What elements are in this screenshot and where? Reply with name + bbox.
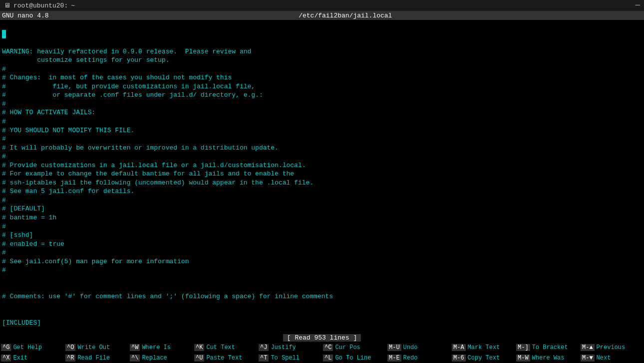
nano-version: GNU nano 4.8 [2, 12, 49, 19]
shortcut-label: Copy Text [468, 355, 500, 362]
shortcut-label: To Bracket [532, 344, 568, 351]
shortcut-row-2: ^XExit^RRead File^\Replace^UPaste Text^T… [0, 353, 644, 363]
shortcut-row-1: ^GGet Help^OWrite Out^WWhere Is^KCut Tex… [0, 342, 644, 353]
shortcut-label: Read File [77, 355, 110, 362]
status-bar: [ Read 953 lines ] [0, 333, 644, 342]
editor-line: # Provide customizations in a jail.local… [2, 161, 642, 170]
editor-line [2, 38, 642, 47]
editor-line [2, 310, 642, 319]
editor-line: customize settings for your setup. [2, 56, 642, 65]
editor-line [2, 30, 642, 39]
editor-line: # file, but provide customizations in ja… [2, 82, 642, 91]
shortcut-item[interactable]: ^CCur Pos [322, 342, 386, 353]
editor-line [2, 275, 642, 284]
shortcut-item[interactable]: ^GGet Help [0, 342, 64, 353]
shortcut-item[interactable]: ^LGo To Line [322, 353, 386, 363]
shortcut-key: ^L [323, 355, 333, 362]
shortcut-key: ^C [323, 344, 333, 351]
editor-line: WARNING: heavily refactored in 0.9.0 rel… [2, 47, 642, 56]
shortcut-key: ^O [65, 344, 75, 351]
editor-line: # YOU SHOULD NOT MODIFY THIS FILE. [2, 126, 642, 135]
shortcut-key: ^T [259, 355, 269, 362]
shortcut-item[interactable]: ^TTo Spell [258, 353, 322, 363]
shortcut-key: ^G [1, 344, 11, 351]
shortcut-label: Cur Pos [335, 344, 360, 351]
shortcut-key: M-U [387, 344, 401, 351]
shortcut-item[interactable]: ^OWrite Out [64, 342, 129, 353]
shortcut-item[interactable]: M-▲Previous [580, 342, 644, 353]
editor-line: # enabled = true [2, 240, 642, 249]
editor-line: # ssh-iptables jail the following (uncom… [2, 179, 642, 187]
shortcut-item[interactable]: M-▼Next [580, 353, 644, 363]
title-bar: 🖥 root@ubuntu20: ~ ─ [0, 0, 644, 11]
editor-line: [INCLUDES] [2, 319, 642, 328]
editor-line: # It will probably be overwritten or imp… [2, 144, 642, 153]
minimize-button[interactable]: ─ [635, 1, 640, 9]
shortcut-item[interactable]: ^WWhere Is [129, 342, 193, 353]
editor-line: # HOW TO ACTIVATE JAILS: [2, 108, 642, 117]
shortcut-label: Where Was [532, 355, 565, 362]
editor-line: # [2, 65, 642, 74]
shortcut-label: Where Is [142, 344, 171, 351]
shortcut-label: Justify [271, 344, 296, 351]
editor-line: # Changes: in most of the cases you shou… [2, 73, 642, 82]
shortcut-label: Exit [13, 355, 27, 362]
title-bar-path: ~ [71, 2, 75, 9]
editor-line: # bantime = 1h [2, 213, 642, 222]
shortcut-key: M-6 [452, 355, 466, 362]
shortcut-item[interactable]: ^\Replace [129, 353, 193, 363]
shortcut-item[interactable]: M-WWhere Was [515, 353, 580, 363]
editor-line: # For example to change the default bant… [2, 170, 642, 179]
shortcut-item[interactable]: M-]To Bracket [515, 342, 580, 353]
shortcut-key: M-] [516, 344, 530, 351]
shortcut-key: M-W [516, 355, 530, 362]
terminal-icon: 🖥 [4, 2, 10, 9]
editor-line: # [2, 100, 642, 109]
shortcut-label: Replace [142, 355, 167, 362]
editor-line: # [2, 222, 642, 231]
shortcut-item[interactable]: ^RRead File [64, 353, 129, 363]
editor-line [2, 327, 642, 333]
editor-line: # [2, 117, 642, 126]
editor-line: # [2, 135, 642, 144]
editor-line [2, 301, 642, 310]
shortcut-key: M-▲ [581, 344, 595, 351]
editor-area[interactable]: WARNING: heavily refactored in 0.9.0 rel… [0, 20, 644, 333]
shortcut-key: M-A [452, 344, 466, 351]
nano-header: GNU nano 4.8 /etc/fail2ban/jail.local [0, 11, 644, 20]
shortcut-item[interactable]: M-UUndo [386, 342, 451, 353]
shortcut-item[interactable]: ^UPaste Text [193, 353, 258, 363]
shortcut-label: Get Help [13, 344, 42, 351]
shortcut-label: Previous [597, 344, 626, 351]
editor-line: # [DEFAULT] [2, 204, 642, 213]
shortcut-label: Redo [403, 355, 418, 362]
editor-line [2, 283, 642, 292]
shortcut-bar: ^GGet Help^OWrite Out^WWhere Is^KCut Tex… [0, 342, 644, 363]
shortcut-item[interactable]: ^XExit [0, 353, 64, 363]
editor-line: # [sshd] [2, 231, 642, 240]
shortcut-item[interactable]: ^JJustify [258, 342, 322, 353]
title-bar-left: 🖥 root@ubuntu20: ~ [4, 2, 75, 9]
shortcut-key: ^J [259, 344, 269, 351]
shortcut-item[interactable]: M-6Copy Text [451, 353, 515, 363]
title-bar-user: root@ubuntu20: [13, 2, 68, 9]
shortcut-key: ^X [1, 355, 11, 362]
shortcut-label: Undo [403, 344, 418, 351]
editor-line: # See man 5 jail.conf for details. [2, 187, 642, 196]
editor-line: # See jail.conf(5) man page for more inf… [2, 257, 642, 266]
shortcut-key: ^U [194, 355, 204, 362]
shortcut-label: Go To Line [335, 355, 371, 362]
editor-line: # or separate .conf files under jail.d/ … [2, 91, 642, 100]
shortcut-label: Mark Text [468, 344, 500, 351]
shortcut-label: Next [597, 355, 611, 362]
shortcut-item[interactable]: M-ERedo [386, 353, 451, 363]
editor-line: # [2, 152, 642, 161]
shortcut-label: Cut Text [206, 344, 235, 351]
status-text: [ Read 953 lines ] [283, 334, 361, 342]
shortcut-item[interactable]: M-AMark Text [451, 342, 515, 353]
shortcut-key: M-E [387, 355, 401, 362]
shortcut-key: ^R [65, 355, 75, 362]
shortcut-label: To Spell [271, 355, 300, 362]
shortcut-item[interactable]: ^KCut Text [193, 342, 258, 353]
shortcut-key: ^\ [130, 355, 140, 362]
